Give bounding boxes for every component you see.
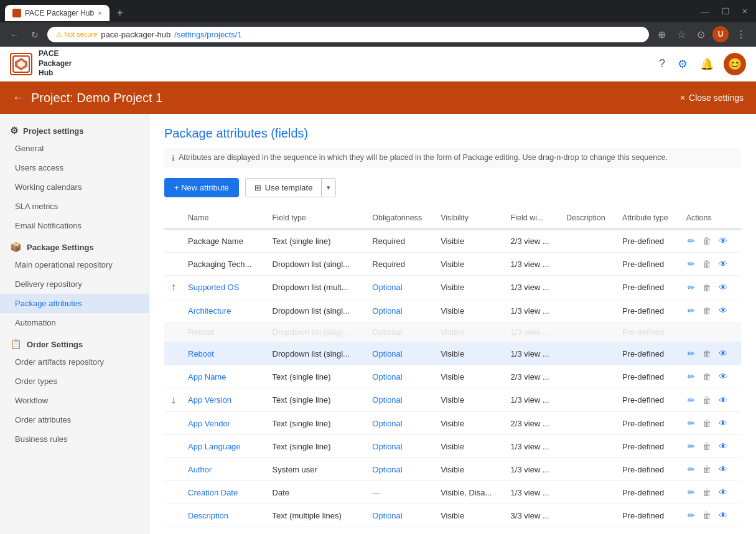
edit-button[interactable]: ✏ [686, 235, 696, 247]
toggle-visibility-button[interactable]: 👁 [717, 463, 729, 475]
cell-field-type: Date [268, 481, 368, 504]
cell-name[interactable]: Reboot [183, 342, 268, 365]
new-attribute-button[interactable]: + New attribute [164, 178, 239, 197]
delete-button[interactable]: 🗑 [701, 463, 712, 475]
delete-button[interactable]: 🗑 [701, 417, 712, 429]
toggle-visibility-button[interactable]: 👁 [717, 417, 729, 429]
reload-button[interactable]: ↻ [27, 27, 42, 42]
browser-chrome: PACE Packager Hub × + — ☐ × ← ↻ ⚠ Not se… [0, 0, 756, 47]
edit-button[interactable]: ✏ [686, 486, 696, 499]
sidebar-item-business-rules[interactable]: Business rules [0, 429, 149, 449]
url-host: pace-packager-hub [101, 30, 170, 39]
attribute-name-link[interactable]: App Language [188, 442, 241, 451]
edit-button[interactable]: ✏ [686, 258, 696, 270]
sidebar-item-order-attributes[interactable]: Order attributes [0, 410, 149, 429]
sidebar-item-package-attributes[interactable]: Package attributes [0, 294, 149, 313]
cell-name[interactable]: Creation Date [183, 481, 268, 504]
delete-button[interactable]: 🗑 [701, 440, 712, 452]
toggle-visibility-button[interactable]: 👁 [717, 370, 729, 383]
cell-name[interactable]: App Version [183, 388, 268, 412]
edit-button[interactable]: ✏ [686, 440, 696, 452]
toggle-visibility-button[interactable]: 👁 [717, 347, 729, 360]
sidebar-item-users-access[interactable]: Users access [0, 158, 149, 177]
edit-button[interactable]: ✏ [686, 347, 696, 360]
delete-button[interactable]: 🗑 [701, 235, 712, 247]
edit-button[interactable]: ✏ [686, 304, 696, 317]
toggle-visibility-button[interactable]: 👁 [717, 304, 729, 317]
delete-button[interactable]: 🗑 [701, 370, 712, 383]
extensions-button[interactable]: ⊕ [654, 26, 670, 43]
user-avatar[interactable]: U [712, 26, 729, 42]
settings-button[interactable]: ⚙ [675, 55, 690, 73]
attribute-name-link[interactable]: App Name [188, 372, 226, 382]
delete-button[interactable]: 🗑 [701, 347, 712, 360]
bookmark-button[interactable]: ☆ [673, 26, 689, 43]
cell-visibility: Visible [436, 458, 505, 481]
sidebar-item-delivery-repository[interactable]: Delivery repository [0, 274, 149, 294]
cell-name[interactable]: Supported OS [183, 276, 268, 299]
attribute-name-link[interactable]: Supported OS [188, 283, 239, 292]
attribute-name-link[interactable]: App Vendor [188, 419, 230, 428]
edit-button[interactable]: ✏ [686, 370, 696, 383]
attribute-name-link[interactable]: Architecture [188, 306, 231, 316]
cell-name[interactable]: Author [183, 458, 268, 481]
new-tab-button[interactable]: + [112, 4, 129, 22]
close-settings-button[interactable]: × Close settings [680, 93, 744, 103]
menu-button[interactable]: ⋮ [732, 26, 750, 43]
minimize-button[interactable]: — [697, 4, 713, 19]
sidebar-item-main-operational-repository[interactable]: Main operational repository [0, 255, 149, 274]
close-settings-label: Close settings [689, 93, 744, 103]
cell-name[interactable]: App Vendor [183, 412, 268, 435]
user-avatar-header[interactable]: 😊 [724, 53, 746, 75]
toggle-visibility-button[interactable]: 👁 [717, 394, 729, 406]
attribute-name-link[interactable]: Author [188, 465, 212, 474]
attribute-name-link[interactable]: Reboot [188, 349, 214, 358]
cell-name[interactable]: App Name [183, 365, 268, 388]
back-to-project-button[interactable]: ← [12, 91, 24, 105]
toggle-visibility-button[interactable]: 👁 [717, 235, 729, 247]
close-button[interactable]: × [739, 4, 751, 19]
table-row: DescriptionText (multiple lines)Optional… [164, 504, 741, 527]
attribute-name-link[interactable]: App Version [188, 395, 231, 405]
delete-button[interactable]: 🗑 [701, 486, 712, 499]
drag-handle-cell [164, 229, 183, 253]
sidebar-item-working-calendars[interactable]: Working calendars [0, 177, 149, 197]
sidebar-item-order-types[interactable]: Order types [0, 372, 149, 391]
attribute-name-link[interactable]: Creation Date [188, 488, 238, 497]
tab-close-button[interactable]: × [98, 9, 101, 17]
cell-name[interactable]: App Language [183, 435, 268, 458]
delete-button[interactable]: 🗑 [701, 394, 712, 406]
sidebar-item-order-artifacts-repository[interactable]: Order artifacts repository [0, 352, 149, 372]
help-button[interactable]: ? [656, 55, 668, 73]
sidebar-item-general[interactable]: General [0, 139, 149, 158]
back-button[interactable]: ← [6, 27, 22, 42]
toggle-visibility-button[interactable]: 👁 [717, 440, 729, 452]
sidebar-item-automation[interactable]: Automation [0, 313, 149, 332]
use-template-button[interactable]: ⊞ Use template [245, 178, 322, 197]
address-bar[interactable]: ⚠ Not secure pace-packager-hub /settings… [47, 27, 649, 42]
edit-button[interactable]: ✏ [686, 417, 696, 429]
edit-button[interactable]: ✏ [686, 509, 696, 522]
delete-button[interactable]: 🗑 [701, 304, 712, 317]
toggle-visibility-button[interactable]: 👁 [717, 281, 729, 294]
sidebar-item-sla-metrics[interactable]: SLA metrics [0, 197, 149, 216]
delete-button[interactable]: 🗑 [701, 258, 712, 270]
sidebar-item-email-notifications[interactable]: Email Notifications [0, 216, 149, 235]
attribute-name-link[interactable]: Description [188, 511, 228, 520]
cell-name[interactable]: Architecture [183, 299, 268, 322]
active-tab[interactable]: PACE Packager Hub × [5, 5, 110, 21]
edit-button[interactable]: ✏ [686, 463, 696, 475]
toggle-visibility-button[interactable]: 👁 [717, 486, 729, 499]
notifications-button[interactable]: 🔔 [698, 55, 716, 73]
cell-name[interactable]: Description [183, 504, 268, 527]
delete-button[interactable]: 🗑 [701, 281, 712, 294]
edit-button[interactable]: ✏ [686, 281, 696, 294]
toggle-visibility-button[interactable]: 👁 [717, 258, 729, 270]
profile-button[interactable]: ⊙ [693, 26, 709, 43]
maximize-button[interactable]: ☐ [718, 4, 734, 19]
sidebar-item-workflow[interactable]: Workflow [0, 391, 149, 410]
toggle-visibility-button[interactable]: 👁 [717, 509, 729, 522]
edit-button[interactable]: ✏ [686, 394, 696, 406]
use-template-dropdown[interactable]: ▾ [321, 178, 336, 197]
delete-button[interactable]: 🗑 [701, 509, 712, 522]
